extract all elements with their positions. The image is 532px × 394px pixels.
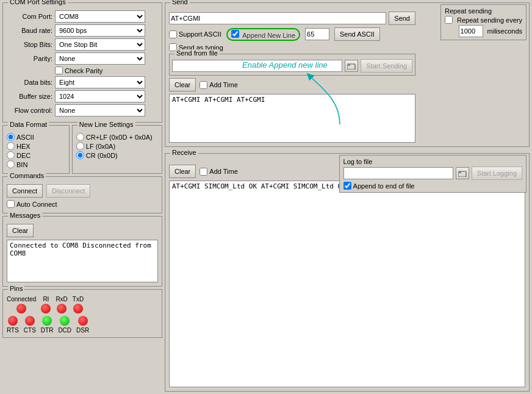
messages-clear-button[interactable]: Clear [7, 224, 34, 237]
ascii-radio[interactable] [7, 133, 15, 141]
data-format-title: Data Format [8, 121, 49, 128]
repeat-sending-title: Repeat sending [445, 7, 522, 15]
hex-label: HEX [16, 143, 31, 150]
svg-rect-1 [347, 64, 350, 66]
txd-indicator [73, 304, 83, 313]
commands-group: Commands Connect Disconnect Auto Connect [2, 176, 162, 213]
com-port-label: Com Port: [7, 13, 52, 20]
data-format-group: Data Format ASCII HEX DEC [2, 125, 70, 174]
send-clear-button[interactable]: Clear [169, 78, 196, 91]
log-to-file-title: Log to file [343, 158, 522, 165]
receive-add-time-label: Add Time [209, 168, 237, 175]
ascii-label: ASCII [16, 134, 34, 141]
txd-label: TxD [73, 296, 84, 303]
receive-clear-button[interactable]: Clear [169, 165, 196, 178]
check-parity-checkbox[interactable] [55, 66, 63, 74]
messages-group: Messages Clear Connected to COM8 Disconn… [2, 216, 162, 287]
dsr-indicator [78, 316, 88, 326]
cts-indicator [25, 316, 35, 326]
send-file-browse-button[interactable] [345, 60, 358, 72]
repeat-sending-checkbox[interactable] [445, 16, 453, 24]
rts-indicator [8, 316, 18, 326]
log-file-path-input[interactable] [343, 167, 453, 179]
receive-panel: Receive Log to file Start Logging Append… [165, 153, 530, 392]
annotation-text: Enable Append new line [242, 60, 328, 70]
append-newline-checkbox[interactable] [231, 30, 239, 38]
append-to-end-checkbox[interactable] [343, 182, 351, 190]
ri-label: RI [43, 296, 49, 303]
svg-rect-3 [458, 171, 461, 173]
hex-radio[interactable] [7, 142, 15, 150]
support-ascii-label: Support ASCII [179, 30, 221, 38]
data-bits-label: Data bits: [7, 79, 52, 86]
repeat-interval-input[interactable] [459, 25, 483, 37]
ascii-value-input[interactable] [305, 28, 329, 40]
com-port-settings: COM Port Settings Com Port: COM8 Baud ra… [2, 2, 162, 123]
stop-bits-select[interactable]: One Stop Bit [55, 38, 145, 51]
log-to-file-group: Log to file Start Logging Append to end … [339, 155, 527, 193]
auto-connect-label: Auto Connect [16, 201, 57, 208]
dcd-label: DCD [58, 327, 71, 334]
parity-select[interactable]: None [55, 52, 145, 65]
send-add-time-checkbox[interactable] [200, 81, 207, 89]
support-ascii-checkbox[interactable] [169, 30, 177, 38]
log-file-browse-button[interactable] [456, 167, 469, 179]
newline-title: New Line Settings [77, 121, 135, 128]
bin-radio[interactable] [7, 160, 15, 168]
data-bits-select[interactable]: Eight [55, 76, 145, 88]
connected-indicator [16, 304, 26, 313]
buffer-size-label: Buffer size: [7, 93, 52, 100]
dtr-label: DTR [41, 327, 54, 334]
connect-button[interactable]: Connect [7, 184, 43, 198]
send-panel: Send Repeat sending Repeat sending every… [165, 2, 530, 147]
dec-radio[interactable] [7, 151, 15, 159]
send-from-file-title: Send from file [174, 49, 220, 57]
append-to-end-label: Append to end of file [353, 182, 415, 190]
ri-indicator [41, 304, 51, 313]
stop-bits-label: Stop Bits: [7, 41, 52, 48]
pins-group: Pins Connected RI RxD [2, 289, 162, 338]
start-sending-button[interactable]: Start Sending [361, 59, 412, 73]
send-title: Send [170, 0, 190, 5]
crlf-label: CR+LF (0x0D + 0x0A) [86, 134, 153, 141]
check-parity-label: Check Parity [65, 67, 102, 74]
dtr-indicator [42, 316, 52, 326]
send-ascii-button[interactable]: Send ASCII [334, 27, 380, 41]
receive-title: Receive [170, 149, 198, 156]
messages-content: Connected to COM8 Disconnected from COM8 [7, 240, 158, 282]
rts-label: RTS [7, 327, 19, 334]
repeat-sending-group: Repeat sending Repeat sending every mili… [440, 4, 527, 40]
start-logging-button[interactable]: Start Logging [472, 167, 522, 180]
commands-title: Commands [8, 172, 46, 179]
parity-label: Parity: [7, 55, 52, 62]
com-port-select[interactable]: COM8 [55, 10, 145, 23]
repeat-sending-label: Repeat sending every [457, 16, 522, 24]
com-port-title: COM Port Settings [8, 0, 68, 5]
send-log-area: AT+CGMI AT+CGMI AT+CGMI [169, 94, 415, 143]
disconnect-button[interactable]: Disconnect [46, 184, 90, 198]
bin-label: BIN [16, 161, 27, 168]
connected-label: Connected [7, 296, 36, 303]
repeat-interval-unit: miliseconds [487, 27, 522, 35]
rxd-indicator [57, 304, 66, 313]
receive-add-time-checkbox[interactable] [200, 168, 207, 176]
send-add-time-label: Add Time [209, 81, 237, 88]
cr-radio[interactable] [76, 151, 84, 159]
lf-radio[interactable] [76, 142, 84, 150]
append-newline-label: Append New Line [226, 28, 300, 41]
send-button[interactable]: Send [389, 12, 415, 25]
pins-title: Pins [8, 285, 24, 292]
cts-label: CTS [24, 327, 36, 334]
baud-rate-select[interactable]: 9600 bps [55, 24, 145, 37]
buffer-size-select[interactable]: 1024 [55, 90, 145, 102]
dcd-indicator [60, 316, 70, 326]
send-command-input[interactable] [169, 12, 386, 24]
baud-rate-label: Baud rate: [7, 27, 52, 34]
receive-log-area: AT+CGMI SIMCOM_Ltd OK AT+CGMI SIMCOM_Ltd… [169, 181, 525, 387]
flow-control-label: Flow control: [7, 107, 52, 114]
flow-control-select[interactable]: None [55, 104, 145, 116]
lf-label: LF (0x0A) [86, 143, 115, 150]
crlf-radio[interactable] [76, 133, 84, 141]
dec-label: DEC [16, 152, 31, 159]
auto-connect-checkbox[interactable] [7, 200, 15, 208]
